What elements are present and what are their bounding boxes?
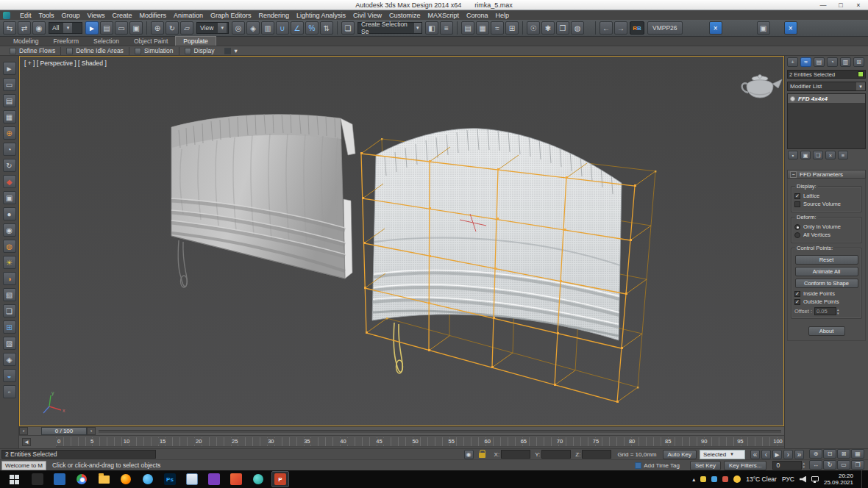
teal-app-icon[interactable] [249, 471, 267, 487]
menu-help[interactable]: Help [491, 12, 513, 19]
menu-maxscript[interactable]: MAXScript [424, 12, 463, 19]
max-logo-icon[interactable] [3, 12, 10, 19]
tab-object-paint[interactable]: Object Paint [127, 37, 175, 46]
zoom-icon[interactable]: ⊕ [809, 449, 822, 459]
define-flows-button[interactable]: Define Flows [4, 47, 60, 54]
hierarchy-tab-icon[interactable]: ▤ [814, 57, 825, 67]
pin-stack-icon[interactable]: ▪ [788, 151, 798, 159]
maximize-button[interactable]: □ [832, 0, 850, 10]
perspective-viewport[interactable]: [ + ] [ Perspective ] [ Shaded ] [19, 56, 784, 426]
viewport-canvas[interactable]: x y [20, 57, 783, 426]
welcome-button[interactable]: Welcome to M [1, 461, 46, 470]
select-and-move-icon[interactable]: ⊕ [151, 21, 164, 35]
viewport-label[interactable]: [ + ] [ Perspective ] [ Shaded ] [24, 60, 107, 67]
undo-icon[interactable]: ← [600, 21, 613, 35]
outside-points-checkbox[interactable]: ✓ Outside Points [794, 298, 858, 305]
y-coordinate-field[interactable] [541, 450, 571, 459]
only-in-volume-radio[interactable]: Only In Volume [794, 223, 858, 230]
frame-spinner[interactable]: ▴ ▾ [803, 462, 805, 469]
percent-snap-icon[interactable]: % [305, 21, 319, 35]
menu-civil-view[interactable]: Civil View [349, 12, 385, 19]
slider-left-arrow-icon[interactable]: ‹ [19, 427, 28, 435]
select-object-button[interactable]: ► [85, 21, 99, 35]
make-unique-icon[interactable]: ❏ [813, 151, 823, 159]
remove-modifier-icon[interactable]: × [825, 151, 836, 159]
ffd-parameters-rollout-header[interactable]: − FFD Parameters [787, 170, 866, 179]
go-to-end-icon[interactable]: » [794, 450, 804, 459]
extra-tool-icon[interactable]: ▣ [757, 21, 770, 35]
show-end-result-icon[interactable]: ▣ [800, 151, 811, 159]
left-toolbar-icon[interactable]: ▧ [3, 288, 16, 301]
left-toolbar-icon[interactable]: ◑ [3, 272, 16, 285]
conform-to-shape-button[interactable]: Conform to Shape [795, 279, 858, 288]
photoshop-icon[interactable]: Ps [161, 471, 179, 487]
maximize-viewport-icon[interactable]: ❒ [851, 460, 864, 470]
menu-create[interactable]: Create [108, 12, 135, 19]
file-explorer-icon[interactable] [95, 471, 113, 487]
left-toolbar-icon[interactable]: ▦ [3, 110, 16, 123]
select-and-link-icon[interactable]: ⇆ [3, 21, 16, 35]
left-toolbar-icon[interactable]: ▤ [3, 94, 16, 107]
tab-freeform[interactable]: Freeform [46, 37, 86, 46]
x-coordinate-field[interactable] [501, 450, 530, 459]
spreadsheet-app-icon[interactable] [183, 471, 201, 487]
redo-icon[interactable]: → [614, 21, 627, 35]
left-toolbar-icon[interactable]: ❏ [3, 304, 16, 317]
tab-modeling[interactable]: Modeling [6, 37, 46, 46]
spin-down-icon[interactable]: ▾ [803, 465, 805, 469]
render-production-icon[interactable]: ◍ [571, 21, 584, 35]
menu-rendering[interactable]: Rendering [255, 12, 294, 19]
reference-coordinate-dropdown[interactable]: View ▾ [196, 22, 229, 34]
align-icon[interactable]: ≡ [440, 21, 453, 35]
named-selection-set-dropdown[interactable]: Create Selection Se ▾ [357, 22, 422, 34]
spin-down-icon[interactable]: ▾ [837, 312, 839, 315]
object-name-field[interactable]: 2 Entities Selected [787, 70, 866, 79]
left-toolbar-icon[interactable]: ◉ [3, 223, 16, 237]
show-desktop-button[interactable] [861, 470, 864, 488]
set-key-button[interactable]: Set Key [690, 461, 721, 470]
select-and-scale-icon[interactable]: ▱ [180, 21, 193, 35]
rendered-frame-window-icon[interactable]: ❒ [556, 21, 569, 35]
configure-modifier-sets-icon[interactable]: ≡ [838, 151, 848, 159]
tab-populate[interactable]: Populate [175, 36, 216, 46]
menu-corona[interactable]: Corona [463, 12, 492, 19]
left-toolbar-icon[interactable]: ◍ [3, 240, 16, 253]
menu-edit[interactable]: Edit [16, 12, 35, 19]
rb-plugin-icon[interactable]: RB [630, 21, 644, 35]
left-toolbar-icon[interactable]: ◒ [3, 369, 16, 382]
previous-frame-icon[interactable]: ‹ [761, 450, 771, 459]
mirror-icon[interactable]: ◧ [425, 21, 438, 35]
key-set-dropdown[interactable]: Selected ▾ [700, 450, 745, 459]
go-to-start-icon[interactable]: « [750, 450, 760, 459]
schematic-view-icon[interactable]: ⊞ [505, 21, 519, 35]
close-button[interactable]: × [850, 0, 867, 10]
time-slider-track[interactable] [99, 430, 781, 433]
messenger-app-icon[interactable] [139, 471, 157, 487]
left-toolbar-icon[interactable]: ◈ [3, 353, 16, 366]
edit-named-selection-sets-icon[interactable]: ❏ [341, 21, 355, 35]
zoom-all-icon[interactable]: ⊡ [823, 449, 836, 459]
all-vertices-radio[interactable]: All Vertices [794, 232, 858, 238]
hidden-icons-chevron-icon[interactable]: ▴ [692, 476, 695, 483]
menu-group[interactable]: Group [58, 12, 84, 19]
angle-snap-icon[interactable]: ∠ [291, 21, 304, 35]
left-toolbar-icon[interactable]: ▫ [3, 385, 16, 398]
time-slider-grip[interactable]: 0 / 100 [41, 427, 87, 435]
left-toolbar-icon[interactable]: ◆ [3, 175, 16, 188]
powerpoint-icon[interactable]: P [271, 471, 289, 487]
display-button[interactable]: Display [179, 47, 220, 54]
minimize-button[interactable]: — [814, 0, 832, 10]
zoom-region-icon[interactable]: ▭ [837, 460, 850, 470]
animate-all-button[interactable]: Animate All [795, 267, 858, 276]
use-pivot-center-icon[interactable]: ◎ [232, 21, 245, 35]
window-crossing-icon[interactable]: ▣ [129, 21, 143, 35]
modifier-list-dropdown[interactable]: Modifier List ▾ [787, 82, 866, 91]
about-button[interactable]: About [808, 326, 845, 336]
tray-icon[interactable] [722, 476, 728, 482]
bind-to-spacewarp-icon[interactable]: ◉ [32, 21, 46, 35]
rectangular-selection-region-icon[interactable]: ▭ [115, 21, 128, 35]
next-frame-icon[interactable]: › [783, 450, 793, 459]
selection-filter-dropdown[interactable]: All ▾ [49, 22, 82, 34]
menu-views[interactable]: Views [84, 12, 109, 19]
simulation-button[interactable]: Simulation [129, 47, 179, 54]
